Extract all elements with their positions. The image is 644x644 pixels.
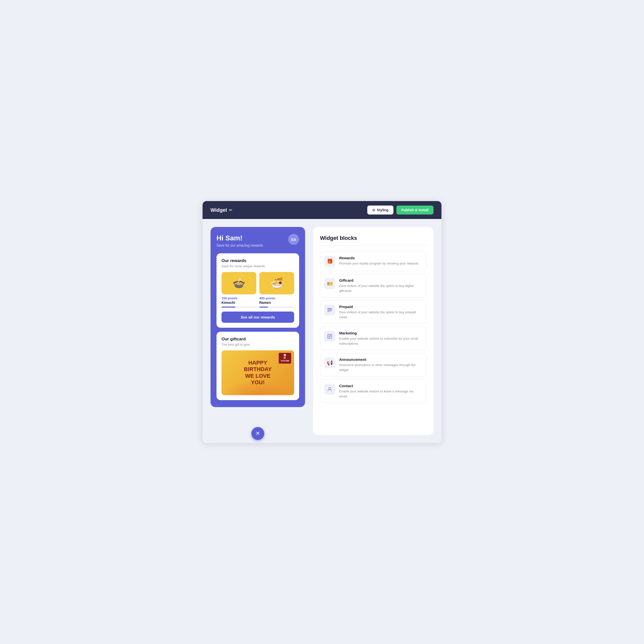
giftcard-card-subtitle: The best gift to give. (221, 343, 294, 346)
block-name-rewards: Rewards (339, 256, 422, 260)
block-desc-rewards: Promote your loyalty program by showing … (339, 261, 422, 266)
block-name-giftcard: Giftcard (339, 278, 422, 282)
block-name-announcement: Announcement (339, 357, 422, 362)
rewards-card: Our rewards Save for more unique rewards… (216, 253, 299, 328)
giftcard-card: Our giftcard The best gift to give. 麵匠TA… (216, 332, 299, 400)
progress-bar-fill-2 (259, 307, 268, 308)
block-desc-announcement: Announce promotions or other messages th… (339, 363, 422, 372)
widget-header: Hi Sam! Save for our amazing rewards SA (216, 234, 299, 247)
block-info-giftcard: Giftcard Give visitors of your website t… (339, 278, 422, 293)
block-info-marketing: Marketing Enable your website visitors t… (339, 331, 422, 346)
reward-items: 🍲 150 points Kimuchi 🍜 (221, 272, 294, 308)
block-item-rewards[interactable]: 🎁 Rewards Promote your loyalty program b… (320, 252, 427, 271)
announcement-icon: 📢 (324, 357, 335, 368)
rewards-icon: 🎁 (324, 256, 335, 267)
widget-preview-wrapper: Hi Sam! Save for our amazing rewards SA … (211, 227, 305, 435)
avatar: SA (288, 234, 299, 245)
prepaid-icon (324, 305, 335, 316)
app-container: Widget ✏ ⊙ Styling Publish & Install Hi … (203, 201, 441, 443)
svg-rect-2 (327, 311, 332, 311)
widget-blocks-panel: Widget blocks 🎁 Rewards Promote your loy… (313, 227, 433, 435)
reward-item: 🍜 400 points Ramen (259, 272, 294, 308)
block-item-prepaid[interactable]: Prepaid Give visitors of your website th… (320, 300, 427, 324)
publish-install-button[interactable]: Publish & Install (396, 206, 433, 215)
widget-preview: Hi Sam! Save for our amazing rewards SA … (211, 227, 305, 407)
reward-item: 🍲 150 points Kimuchi (221, 272, 256, 308)
widget-subtitle: Save for our amazing rewards (216, 243, 263, 247)
giftcard-icon: 🎫 (324, 278, 335, 289)
block-name-contact: Contact (339, 384, 422, 388)
progress-bar-bg-1 (221, 307, 256, 308)
svg-rect-6 (328, 336, 331, 337)
see-all-rewards-button[interactable]: See all our rewards (221, 312, 294, 323)
block-item-contact[interactable]: Contact Enable your website visitors to … (320, 379, 427, 403)
marketing-icon (324, 331, 335, 342)
progress-bar-bg-2 (259, 307, 294, 308)
widget-title: Widget (211, 207, 227, 213)
giftcard-text: HappyBirthdayWe LoveYou! (244, 360, 272, 386)
svg-rect-1 (327, 310, 332, 310)
block-info-contact: Contact Enable your website visitors to … (339, 384, 422, 399)
block-name-marketing: Marketing (339, 331, 422, 335)
svg-point-8 (329, 387, 330, 389)
giftcard-image: 麵匠TAKUMI HappyBirthdayWe LoveYou! (221, 350, 294, 395)
reward-name-1: Kimuchi (221, 301, 256, 305)
styling-icon: ⊙ (372, 208, 375, 212)
food-emoji-1: 🍲 (232, 277, 245, 289)
edit-icon[interactable]: ✏ (229, 208, 232, 213)
progress-bar-fill-1 (221, 307, 235, 308)
reward-points-1: 150 points (221, 296, 256, 300)
reward-image: 🍲 (221, 272, 256, 294)
svg-rect-5 (328, 335, 331, 336)
header: Widget ✏ ⊙ Styling Publish & Install (203, 201, 441, 219)
svg-rect-0 (327, 308, 332, 309)
styling-button[interactable]: ⊙ Styling (367, 206, 393, 215)
main-content: Hi Sam! Save for our amazing rewards SA … (203, 219, 441, 443)
block-desc-marketing: Enable your website visitors to subscrib… (339, 336, 422, 346)
svg-rect-3 (327, 312, 330, 312)
block-item-giftcard[interactable]: 🎫 Giftcard Give visitors of your website… (320, 274, 427, 297)
rewards-card-subtitle: Save for more unique rewards. (221, 264, 294, 268)
widget-greeting: Hi Sam! (216, 234, 263, 242)
reward-points-2: 400 points (259, 296, 294, 300)
close-button[interactable]: ✕ (251, 427, 264, 440)
header-actions: ⊙ Styling Publish & Install (367, 206, 433, 215)
reward-image-2: 🍜 (259, 272, 294, 294)
block-desc-giftcard: Give visitors of your website the option… (339, 283, 422, 293)
blocks-panel-title: Widget blocks (320, 235, 427, 246)
reward-name-2: Ramen (259, 301, 294, 305)
block-info-prepaid: Prepaid Give visitors of your website th… (339, 305, 422, 320)
block-desc-contact: Enable your website visitors to leave a … (339, 389, 422, 399)
widget-greeting-block: Hi Sam! Save for our amazing rewards (216, 234, 263, 247)
rewards-card-title: Our rewards (221, 258, 294, 263)
svg-rect-7 (328, 337, 330, 338)
block-item-announcement[interactable]: 📢 Announcement Announce promotions or ot… (320, 353, 427, 376)
block-info-announcement: Announcement Announce promotions or othe… (339, 357, 422, 372)
block-info-rewards: Rewards Promote your loyalty program by … (339, 256, 422, 266)
food-emoji-2: 🍜 (270, 277, 283, 289)
contact-icon (324, 384, 335, 395)
block-name-prepaid: Prepaid (339, 305, 422, 309)
giftcard-brand: 麵匠TAKUMI (279, 353, 291, 364)
giftcard-card-title: Our giftcard (221, 337, 294, 342)
block-desc-prepaid: Give visitors of your website the option… (339, 310, 422, 320)
header-title: Widget ✏ (211, 207, 232, 213)
block-item-marketing[interactable]: Marketing Enable your website visitors t… (320, 327, 427, 350)
